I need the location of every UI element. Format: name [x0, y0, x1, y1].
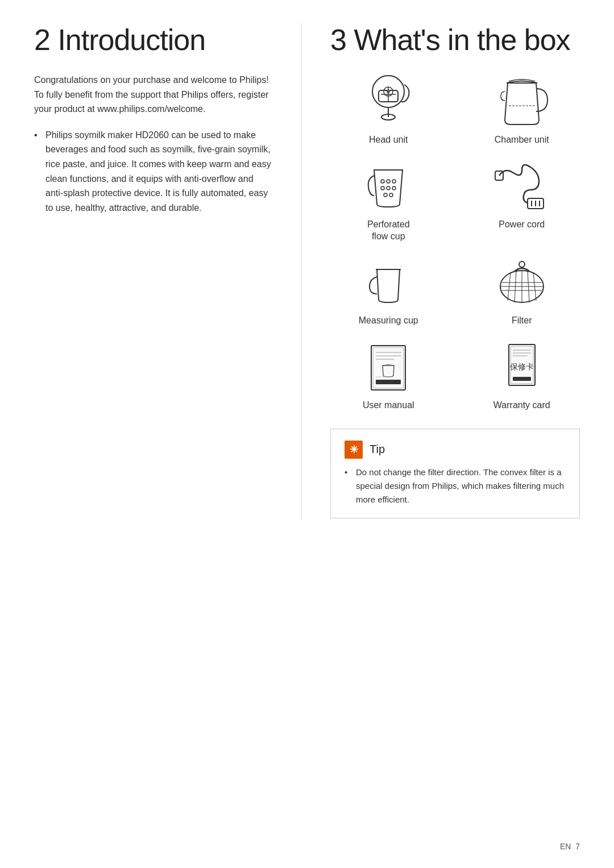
item-filter: Filter	[464, 254, 580, 327]
svg-point-15	[384, 193, 387, 197]
tip-header: ✳ Tip	[345, 441, 566, 459]
head-unit-image	[354, 73, 422, 130]
column-divider	[301, 23, 302, 518]
user-manual-image	[354, 338, 422, 395]
user-manual-label: User manual	[363, 400, 414, 412]
item-power-cord: Power cord	[464, 157, 580, 243]
item-head-unit: Head unit	[330, 73, 447, 146]
svg-point-16	[389, 193, 393, 197]
filter-image	[488, 254, 556, 310]
head-unit-label: Head unit	[369, 134, 408, 146]
svg-point-11	[392, 180, 396, 183]
intro-bullet-list: Philips soymilk maker HD2060 can be used…	[34, 128, 273, 215]
tip-box: ✳ Tip Do not change the filter direction…	[330, 429, 580, 518]
chamber-unit-image	[488, 73, 556, 130]
items-grid: Head unit	[330, 73, 580, 412]
measuring-cup-label: Measuring cup	[359, 315, 418, 327]
perforated-cup-label: Perforatedflow cup	[367, 219, 410, 243]
tip-title: Tip	[370, 443, 385, 456]
chamber-unit-label: Chamber unit	[495, 134, 549, 146]
warranty-card-label: Warranty card	[493, 400, 550, 412]
svg-point-9	[381, 180, 384, 183]
power-cord-label: Power cord	[499, 219, 545, 231]
introduction-section: 2 Introduction Congratulations on your p…	[34, 23, 273, 518]
intro-paragraph: Congratulations on your purchase and wel…	[34, 73, 273, 117]
perforated-cup-image	[354, 157, 422, 214]
page-footer: EN 7	[560, 842, 580, 851]
svg-point-13	[387, 186, 390, 190]
measuring-cup-image	[354, 254, 422, 310]
svg-point-32	[519, 261, 525, 267]
item-chamber-unit: Chamber unit	[464, 73, 580, 146]
box-heading: 3 What's in the box	[330, 23, 580, 57]
item-perforated-cup: Perforatedflow cup	[330, 157, 447, 243]
intro-heading: 2 Introduction	[34, 23, 273, 57]
svg-rect-38	[376, 380, 401, 384]
item-warranty-card: 保修卡 Warranty card	[464, 338, 580, 412]
whats-in-box-section: 3 What's in the box	[330, 23, 580, 518]
intro-bullet-item: Philips soymilk maker HD2060 can be used…	[34, 128, 273, 215]
power-cord-image	[488, 157, 556, 214]
svg-point-14	[392, 186, 396, 190]
svg-rect-46	[513, 377, 531, 381]
item-user-manual: User manual	[330, 338, 447, 412]
svg-point-12	[381, 186, 384, 190]
item-measuring-cup: Measuring cup	[330, 254, 447, 327]
svg-text:保修卡: 保修卡	[510, 362, 534, 371]
filter-label: Filter	[512, 315, 532, 327]
warranty-card-image: 保修卡	[488, 338, 556, 395]
svg-point-7	[387, 90, 390, 93]
svg-point-10	[387, 180, 390, 183]
tip-text: Do not change the filter direction. The …	[345, 466, 566, 506]
tip-icon: ✳	[345, 441, 363, 459]
